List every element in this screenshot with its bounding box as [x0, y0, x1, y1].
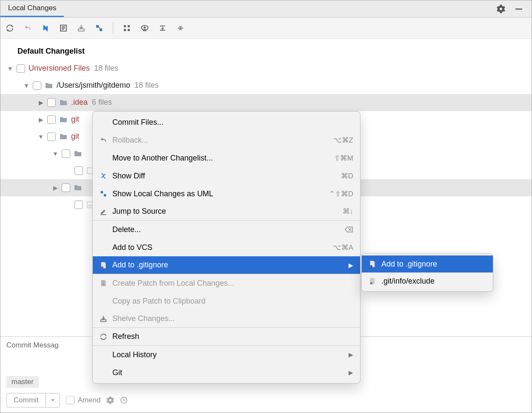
preview-icon[interactable]: [140, 23, 150, 33]
tree-folder-idea[interactable]: ▶ .idea 6 files: [0, 94, 532, 111]
folder-label: .idea: [71, 98, 88, 107]
twisty-right-icon[interactable]: ▶: [51, 184, 59, 192]
twisty-down-icon[interactable]: ▼: [37, 133, 45, 141]
folder-icon: [59, 133, 68, 140]
menu-add-to-gitignore[interactable]: Add to .gitignore ▶: [93, 256, 360, 274]
checkbox[interactable]: [62, 184, 70, 192]
refresh-icon[interactable]: [5, 23, 15, 33]
tree-unversioned[interactable]: ▼ Unversioned Files 18 files: [0, 60, 532, 77]
checkbox[interactable]: [17, 64, 25, 73]
rollback-icon[interactable]: [23, 23, 33, 33]
svg-rect-9: [124, 25, 126, 27]
folder-label: git: [71, 115, 79, 124]
menu-show-diff[interactable]: Show Diff ⌘D: [93, 167, 360, 185]
delete-key-icon: [345, 226, 353, 233]
ignore-file-icon: [98, 261, 109, 269]
svg-rect-0: [515, 9, 522, 10]
menu-add-to-vcs[interactable]: Add to VCS ⌥⌘A: [93, 238, 360, 256]
commit-dropdown-caret[interactable]: [46, 393, 60, 407]
svg-rect-23: [104, 194, 106, 196]
menu-refresh[interactable]: Refresh: [93, 328, 360, 346]
folder-icon: [74, 150, 82, 157]
menu-local-history[interactable]: Local History ▶: [93, 346, 360, 364]
patch-icon: ±: [98, 279, 109, 287]
gear-icon[interactable]: [106, 396, 114, 404]
changelist-label: Default Changelist: [17, 47, 85, 56]
svg-point-30: [370, 282, 372, 284]
menu-show-uml[interactable]: Show Local Changes as UML ⌃⇧⌘D: [93, 185, 360, 203]
amend-checkbox[interactable]: [66, 396, 74, 404]
menu-commit-files[interactable]: Commit Files...: [93, 113, 360, 131]
changelist-icon[interactable]: [58, 23, 69, 33]
twisty-right-icon[interactable]: ▶: [37, 99, 45, 106]
diff-icon[interactable]: [40, 23, 51, 33]
diff-icon: [98, 172, 109, 180]
context-menu: Commit Files... Rollback... ⌥⌘Z Move to …: [92, 111, 360, 384]
unversioned-label: Unversioned Files: [29, 64, 90, 73]
twisty-right-icon[interactable]: ▶: [37, 116, 45, 123]
history-icon[interactable]: [120, 396, 128, 404]
svg-text:±: ±: [103, 282, 105, 286]
twisty-down-icon[interactable]: ▼: [51, 150, 59, 158]
menu-delete[interactable]: Delete...: [93, 221, 360, 238]
folder-icon: [74, 184, 82, 191]
svg-rect-22: [101, 191, 103, 193]
menu-copy-patch: Copy as Patch to Clipboard: [93, 292, 360, 310]
checkbox[interactable]: [47, 132, 56, 141]
uml-icon: [98, 190, 109, 198]
dir-label: /Users/jsmith/gitdemo: [57, 81, 130, 90]
menu-move-changelist[interactable]: Move to Another Changelist... ⇧⌘M: [93, 149, 360, 167]
svg-rect-11: [124, 29, 126, 31]
checkbox[interactable]: [74, 166, 83, 175]
shelve-icon[interactable]: [76, 23, 86, 33]
branch-chip[interactable]: master: [6, 376, 39, 388]
expand-icon[interactable]: [157, 23, 168, 33]
checkbox[interactable]: [62, 149, 70, 158]
tab-label: Local Changes: [8, 4, 56, 12]
uml-icon[interactable]: [94, 23, 104, 33]
svg-rect-12: [128, 29, 130, 31]
twisty-down-icon[interactable]: ▼: [6, 65, 14, 72]
file-count: 6 files: [92, 98, 112, 107]
group-icon[interactable]: [122, 23, 132, 33]
svg-text:<>: <>: [88, 204, 92, 207]
submenu-git-exclude[interactable]: .git/info/exclude: [362, 272, 493, 290]
refresh-icon: [98, 333, 109, 341]
file-count: 18 files: [134, 81, 159, 90]
tab-local-changes[interactable]: Local Changes: [0, 0, 64, 17]
rollback-icon: [98, 136, 109, 144]
folder-icon: [59, 116, 68, 123]
menu-jump-to-source[interactable]: Jump to Source ⌘↓: [93, 203, 360, 221]
svg-point-29: [370, 265, 372, 267]
minimize-icon[interactable]: [514, 4, 524, 14]
context-submenu: Add to .gitignore .git/info/exclude: [361, 253, 493, 292]
tree-changelist-root[interactable]: Default Changelist: [0, 43, 532, 60]
shelve-icon: [98, 315, 109, 323]
svg-point-14: [144, 26, 146, 29]
amend-label: Amend: [78, 396, 101, 404]
checkbox[interactable]: [33, 81, 41, 90]
file-count: 18 files: [94, 64, 118, 73]
twisty-down-icon[interactable]: ▼: [23, 82, 30, 89]
commit-button[interactable]: Commit: [6, 393, 60, 407]
checkbox[interactable]: [47, 115, 56, 124]
tree-directory[interactable]: ▼ /Users/jsmith/gitdemo 18 files: [0, 77, 532, 94]
menu-shelve: Shelve Changes...: [93, 310, 360, 328]
svg-rect-10: [128, 25, 130, 27]
toolbar: [0, 17, 532, 39]
folder-label: git: [71, 132, 79, 141]
edit-icon: [98, 208, 109, 215]
checkbox[interactable]: [47, 98, 56, 107]
svg-rect-5: [78, 29, 84, 31]
svg-rect-28: [101, 319, 106, 321]
checkbox[interactable]: [74, 201, 83, 209]
submenu-add-to-gitignore[interactable]: Add to .gitignore: [362, 255, 493, 272]
ignore-file-icon: [367, 260, 378, 268]
menu-git[interactable]: Git ▶: [93, 364, 360, 381]
submenu-arrow-icon: ▶: [349, 369, 353, 376]
folder-icon: [45, 82, 53, 89]
submenu-arrow-icon: ▶: [349, 262, 353, 269]
commit-button-label: Commit: [7, 393, 46, 407]
gear-icon[interactable]: [496, 4, 506, 14]
collapse-icon[interactable]: [175, 23, 186, 33]
